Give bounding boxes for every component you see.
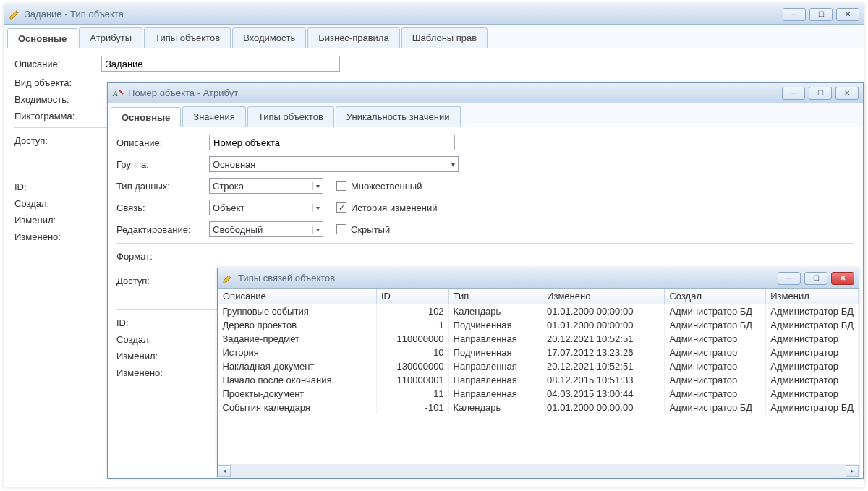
cell-modified: 04.03.2015 13:00:44	[542, 387, 665, 401]
col-created-by[interactable]: Создал	[665, 289, 766, 304]
tab-business-rules[interactable]: Бизнес-правила	[307, 27, 399, 48]
format-label: Формат:	[116, 251, 209, 262]
maximize-button[interactable]: ☐	[809, 8, 833, 21]
tab-unique-values[interactable]: Уникальность значений	[336, 106, 461, 127]
cell-modified-by: Администратор БД	[766, 401, 859, 414]
group-value: Основная	[213, 159, 445, 170]
cell-modified-by: Администратор	[766, 332, 859, 346]
history-checkbox[interactable]: ✓ История изменений	[336, 202, 438, 213]
table-row[interactable]: Проекты-документ11Направленная04.03.2015…	[218, 387, 859, 401]
data-type-value: Строка	[213, 181, 310, 192]
editing-dropdown[interactable]: Свободный ▾	[209, 221, 323, 237]
group-dropdown[interactable]: Основная ▾	[209, 156, 459, 172]
cell-id: 110000000	[377, 332, 449, 346]
cell-type: Направленная	[448, 332, 542, 346]
modified-label: Изменено:	[116, 367, 209, 378]
access-label: Доступ:	[116, 276, 209, 286]
cell-created-by: Администратор	[665, 346, 766, 359]
tab-object-types[interactable]: Типы объектов	[247, 106, 334, 127]
table-row[interactable]: Дерево проектов1Подчиненная01.01.2000 00…	[218, 318, 859, 332]
editing-value: Свободный	[213, 224, 310, 235]
cell-type: Направленная	[448, 373, 542, 387]
edit-icon	[9, 9, 20, 20]
minimize-button[interactable]: ─	[782, 87, 805, 100]
link-types-table[interactable]: Описание ID Тип Изменено Создал Изменил …	[218, 289, 859, 414]
col-type[interactable]: Тип	[448, 289, 542, 304]
col-id[interactable]: ID	[377, 289, 449, 304]
tab-object-types[interactable]: Типы объектов	[144, 27, 231, 48]
cell-description: Дерево проектов	[218, 318, 377, 332]
hidden-checkbox[interactable]: Скрытый	[336, 224, 390, 235]
cell-type: Календарь	[448, 401, 542, 414]
cell-type: Подчиненная	[448, 318, 542, 332]
multiple-label: Множественный	[351, 181, 422, 192]
link-label: Связь:	[116, 202, 209, 213]
minimize-button[interactable]: ─	[783, 8, 806, 21]
data-type-dropdown[interactable]: Строка ▾	[209, 178, 323, 194]
tab-rights-templates[interactable]: Шаблоны прав	[401, 27, 488, 48]
table-row[interactable]: Задание-предмет110000000Направленная20.1…	[218, 332, 859, 346]
tabs: Основные Атрибуты Типы объектов Входимос…	[4, 25, 864, 48]
cell-id: 110000001	[377, 373, 449, 387]
chevron-down-icon: ▾	[312, 226, 320, 234]
titlebar[interactable]: A Номер объекта - Атрибут ─ ☐ ✕	[108, 83, 863, 103]
cell-created-by: Администратор	[665, 373, 766, 387]
cell-id: 11	[377, 387, 449, 401]
cell-modified-by: Администратор	[766, 346, 859, 359]
maximize-button[interactable]: ☐	[809, 87, 832, 100]
cell-modified-by: Администратор БД	[766, 318, 859, 332]
object-kind-label: Вид объекта:	[14, 77, 101, 88]
titlebar[interactable]: Типы связей объектов ─ ☐ ✕	[218, 268, 859, 289]
table-row[interactable]: История10Подчиненная17.07.2012 13:23:26А…	[218, 346, 859, 359]
tab-main[interactable]: Основные	[111, 107, 181, 127]
tab-values[interactable]: Значения	[182, 106, 245, 127]
close-button[interactable]: ✕	[836, 8, 859, 21]
cell-description: История	[218, 346, 377, 359]
link-dropdown[interactable]: Объект ▾	[209, 200, 323, 215]
table-row[interactable]: Начало после окончания110000001Направлен…	[218, 373, 859, 387]
horizontal-scrollbar[interactable]: ◂ ▸	[218, 464, 859, 477]
link-types-window: Типы связей объектов ─ ☐ ✕ Описание ID Т…	[217, 268, 859, 477]
description-input[interactable]	[101, 56, 340, 72]
window-controls: ─ ☐ ✕	[782, 87, 859, 100]
cell-modified: 20.12.2021 10:52:51	[542, 332, 665, 346]
attribute-icon: A	[112, 87, 124, 99]
cell-modified: 01.01.2000 00:00:00	[542, 401, 665, 414]
minimize-button[interactable]: ─	[778, 272, 801, 285]
description-input[interactable]	[209, 135, 455, 150]
col-description[interactable]: Описание	[218, 289, 377, 304]
maximize-button[interactable]: ☐	[804, 272, 827, 285]
cell-modified-by: Администратор	[766, 373, 859, 387]
cell-id: 10	[377, 346, 449, 359]
tab-inheritance[interactable]: Входимость	[232, 27, 306, 48]
window-controls: ─ ☐ ✕	[783, 8, 859, 21]
table-row[interactable]: Групповые события-102Календарь01.01.2000…	[218, 304, 859, 319]
cell-type: Направленная	[448, 359, 542, 373]
table-row[interactable]: События календаря-101Календарь01.01.2000…	[218, 401, 859, 414]
history-label: История изменений	[351, 202, 438, 213]
cell-id: 1	[377, 318, 449, 332]
multiple-checkbox[interactable]: Множественный	[336, 181, 422, 192]
close-button[interactable]: ✕	[831, 272, 854, 285]
chevron-down-icon: ▾	[312, 204, 320, 212]
tab-attributes[interactable]: Атрибуты	[79, 27, 142, 48]
col-modified-by[interactable]: Изменил	[766, 289, 859, 304]
cell-created-by: Администратор	[665, 359, 766, 373]
scroll-left-button[interactable]: ◂	[218, 465, 231, 477]
cell-modified-by: Администратор	[766, 387, 859, 401]
titlebar[interactable]: Задание - Тип объекта ─ ☐ ✕	[4, 4, 864, 25]
close-button[interactable]: ✕	[835, 87, 859, 100]
description-label: Описание:	[14, 59, 101, 69]
col-modified[interactable]: Изменено	[542, 289, 665, 304]
checkbox-icon	[336, 181, 346, 191]
window-title: Задание - Тип объекта	[25, 9, 783, 20]
cell-modified-by: Администратор	[766, 359, 859, 373]
created-label: Создал:	[14, 198, 101, 209]
scroll-track[interactable]	[231, 465, 846, 477]
cell-modified: 08.12.2015 10:51:33	[542, 373, 665, 387]
scroll-right-button[interactable]: ▸	[846, 465, 859, 477]
cell-description: Групповые события	[218, 304, 377, 319]
checkbox-icon	[336, 224, 346, 234]
table-row[interactable]: Накладная-документ130000000Направленная2…	[218, 359, 859, 373]
tab-main[interactable]: Основные	[7, 28, 77, 48]
